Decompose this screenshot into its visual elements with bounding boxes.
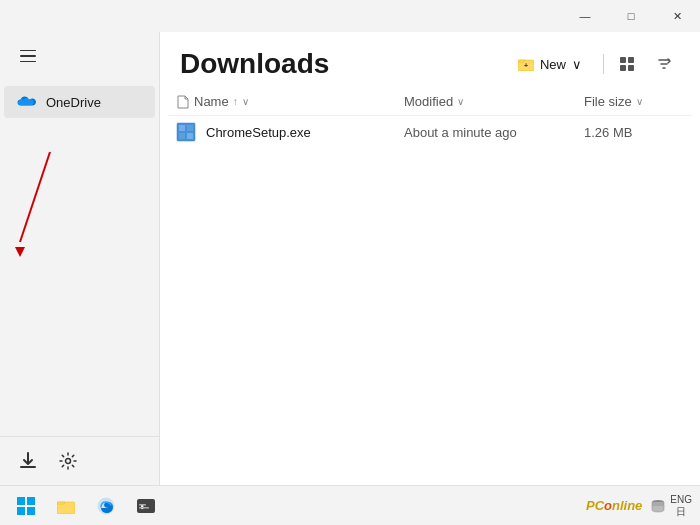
hamburger-button[interactable] [12, 40, 44, 72]
svg-rect-15 [17, 497, 25, 505]
col-modified-chevron: ∨ [457, 96, 464, 107]
taskbar-right: PConline ENG 日 [586, 494, 692, 518]
svg-rect-24 [139, 507, 149, 509]
svg-point-3 [66, 459, 71, 464]
view-icon [620, 57, 636, 71]
sort-button[interactable] [648, 48, 680, 80]
col-header-name[interactable]: Name ↑ ∨ [176, 94, 404, 109]
svg-rect-14 [187, 133, 193, 139]
hamburger-icon [20, 50, 36, 63]
sidebar-item-onedrive[interactable]: OneDrive [4, 86, 155, 118]
minimize-button[interactable]: — [562, 0, 608, 32]
file-name-text: ChromeSetup.exe [206, 125, 311, 140]
col-filesize-chevron: ∨ [636, 96, 643, 107]
svg-rect-11 [179, 125, 185, 131]
file-modified: About a minute ago [404, 125, 584, 140]
sidebar-bottom [0, 436, 159, 485]
file-name-cell: ChromeSetup.exe [176, 122, 404, 142]
col-header-modified[interactable]: Modified ∨ [404, 94, 584, 109]
sidebar-nav: OneDrive [0, 80, 159, 262]
sidebar: OneDrive [0, 32, 160, 485]
col-name-label: Name [194, 94, 229, 109]
svg-rect-9 [628, 65, 634, 71]
svg-rect-16 [27, 497, 35, 505]
system-tray: ENG 日 [650, 494, 692, 518]
sidebar-item-label: OneDrive [46, 95, 101, 110]
file-list: Name ↑ ∨ Modified ∨ File size ∨ [160, 88, 700, 485]
toolbar-divider [603, 54, 604, 74]
svg-rect-13 [179, 133, 185, 139]
annotation-area [0, 262, 159, 436]
new-button-label: New [540, 57, 566, 72]
svg-rect-7 [628, 57, 634, 63]
view-toggle-button[interactable] [612, 48, 644, 80]
terminal-icon: ▮ [137, 499, 155, 513]
new-chevron: ∨ [572, 57, 582, 72]
svg-rect-12 [187, 125, 193, 131]
svg-rect-6 [620, 57, 626, 63]
col-header-filesize[interactable]: File size ∨ [584, 94, 684, 109]
system-tray-icon [650, 498, 666, 514]
sort-ascending-icon: ↑ [233, 96, 238, 107]
gear-icon [59, 452, 77, 470]
svg-rect-2 [20, 466, 36, 468]
svg-rect-18 [27, 507, 35, 515]
taskbar: ▮ PConline ENG 日 [0, 485, 700, 525]
file-size: 1.26 MB [584, 125, 684, 140]
main-content: Downloads + New ∨ [160, 32, 700, 485]
file-list-header: Name ↑ ∨ Modified ∨ File size ∨ [168, 88, 692, 116]
folder-icon [57, 498, 75, 514]
download-icon [19, 452, 37, 470]
name-col-file-icon [176, 95, 190, 109]
title-bar: — □ ✕ [0, 0, 700, 32]
sidebar-top [0, 32, 159, 80]
settings-button[interactable] [52, 445, 84, 477]
title-bar-controls: — □ ✕ [562, 0, 700, 32]
taskbar-left: ▮ [8, 490, 164, 522]
edge-icon [97, 497, 115, 515]
col-modified-label: Modified [404, 94, 453, 109]
close-button[interactable]: ✕ [654, 0, 700, 32]
svg-rect-17 [17, 507, 25, 515]
start-button[interactable] [8, 490, 44, 522]
col-filesize-label: File size [584, 94, 632, 109]
tray-lang: ENG [670, 494, 692, 506]
content-header: Downloads + New ∨ [160, 32, 700, 88]
sort-icon [657, 57, 671, 71]
chrome-exe-icon [176, 122, 196, 142]
table-row[interactable]: ChromeSetup.exe About a minute ago 1.26 … [168, 116, 692, 148]
new-folder-icon: + [518, 57, 534, 71]
onedrive-icon [16, 94, 36, 110]
svg-rect-23 [139, 504, 146, 506]
edge-button[interactable] [88, 490, 124, 522]
tray-locale: 日 [676, 506, 686, 518]
terminal-button[interactable]: ▮ [128, 490, 164, 522]
svg-text:+: + [524, 62, 528, 69]
new-button[interactable]: + New ∨ [505, 50, 595, 79]
page-title: Downloads [180, 48, 329, 80]
app-container: OneDrive [0, 32, 700, 485]
svg-rect-8 [620, 65, 626, 71]
svg-text:▮: ▮ [140, 502, 145, 511]
windows-icon [17, 497, 35, 515]
download-button[interactable] [12, 445, 44, 477]
col-name-chevron: ∨ [242, 96, 249, 107]
maximize-button[interactable]: □ [608, 0, 654, 32]
watermark: PConline [586, 498, 642, 513]
file-explorer-button[interactable] [48, 490, 84, 522]
toolbar: + New ∨ [505, 48, 680, 80]
